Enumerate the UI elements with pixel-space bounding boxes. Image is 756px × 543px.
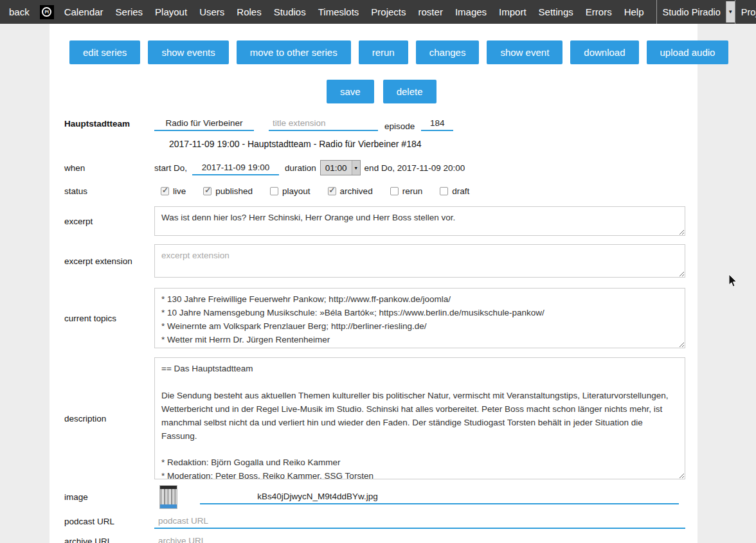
nav-item[interactable]: Timeslots	[318, 6, 359, 17]
nav-item[interactable]: Settings	[539, 6, 573, 17]
toolbar-button[interactable]: upload audio	[647, 40, 729, 64]
back-link[interactable]: back	[9, 6, 30, 17]
chevron-down-icon[interactable]: ▼	[352, 161, 360, 175]
nav-item[interactable]: Roles	[237, 6, 261, 17]
studio-select[interactable]: Studio Piradio ▼	[656, 0, 735, 24]
title-input[interactable]	[154, 116, 254, 131]
episode-form: Hauptstadtteam episode 2017-11-09 19:00 …	[50, 116, 698, 543]
toolbar-right-group: downloadupload audio	[570, 40, 728, 64]
toolbar-button[interactable]: download	[570, 40, 638, 64]
mouse-cursor	[728, 274, 740, 289]
description-label: description	[64, 414, 154, 423]
piradio-logo-icon[interactable]: PI	[40, 5, 54, 19]
toolbar-button[interactable]: edit series	[69, 40, 140, 64]
podcast-url-label: podcast URL	[64, 517, 154, 526]
excerpt-extension-row: excerpt extension	[64, 244, 685, 278]
nav-item[interactable]: roster	[419, 6, 443, 17]
image-row: image	[64, 485, 685, 509]
toolbar-button[interactable]: changes	[416, 40, 480, 64]
excerpt-extension-label: excerpt extension	[64, 256, 154, 266]
checkbox[interactable]	[161, 187, 169, 195]
image-thumbnail[interactable]	[159, 485, 177, 509]
podcast-url-input[interactable]	[154, 514, 685, 529]
image-filename-input[interactable]	[200, 490, 435, 504]
excerpt-label: excerpt	[64, 217, 154, 226]
checkbox[interactable]	[328, 187, 336, 195]
status-row: status live published playout archived	[64, 186, 685, 196]
toolbar-button[interactable]: show event	[487, 40, 562, 64]
nav-item[interactable]: Calendar	[64, 6, 104, 17]
status-checkbox-item[interactable]: published	[203, 186, 270, 196]
top-nav: back PI CalendarSeriesPlayoutUsersRolesS…	[0, 0, 756, 24]
checkbox-label: playout	[282, 186, 310, 196]
toolbar-button[interactable]: move to other series	[237, 40, 351, 64]
archive-url-input[interactable]	[154, 534, 685, 543]
nav-item[interactable]: Help	[624, 6, 644, 17]
start-prefix-label: start Do,	[154, 163, 187, 173]
title-row: Hauptstadtteam episode	[64, 116, 685, 131]
checkbox-label: live	[173, 186, 186, 196]
episode-label: episode	[384, 121, 415, 131]
toolbar-button[interactable]: show events	[148, 40, 228, 64]
toolbar-button[interactable]: delete	[383, 80, 437, 103]
project-select-value: Project 88vier	[741, 7, 756, 17]
excerpt-extension-textarea[interactable]	[154, 244, 685, 278]
thumbnail-photo-area	[160, 489, 177, 504]
toolbar-button[interactable]: save	[327, 80, 374, 103]
image-extra-input[interactable]	[435, 490, 679, 504]
status-checkbox-item[interactable]: archived	[328, 186, 390, 196]
checkbox[interactable]	[440, 187, 448, 195]
status-checkbox-item[interactable]: rerun	[390, 186, 440, 196]
project-select[interactable]: Project 88vier ▼	[735, 0, 756, 24]
status-checkbox-item[interactable]: live	[161, 186, 203, 196]
status-checkbox-item[interactable]: draft	[440, 186, 487, 196]
nav-item[interactable]: Playout	[155, 6, 187, 17]
current-topics-row: current topics * 130 Jahre Freiwillige F…	[64, 288, 685, 348]
checkbox[interactable]	[390, 187, 399, 195]
checkbox-label: draft	[452, 186, 469, 196]
chevron-down-icon[interactable]: ▼	[726, 1, 735, 22]
content-panel: edit seriesshow eventsmove to other seri…	[50, 24, 698, 543]
excerpt-row: excerpt Was ist denn hier los? Herr Schi…	[64, 206, 685, 236]
checkbox[interactable]	[203, 187, 212, 195]
nav-item[interactable]: Users	[199, 6, 224, 17]
status-checkbox-item[interactable]: playout	[270, 186, 328, 196]
current-topics-label: current topics	[64, 314, 154, 323]
toolbar-row-1: edit seriesshow eventsmove to other seri…	[50, 24, 698, 64]
toolbar-row-2: savedelete	[327, 80, 698, 103]
image-label: image	[64, 492, 154, 502]
checkbox-label: rerun	[402, 186, 423, 196]
duration-select-value: 01:00	[321, 161, 352, 175]
nav-item[interactable]: Projects	[371, 6, 406, 17]
studio-select-value: Studio Piradio	[663, 7, 721, 17]
podcast-url-row: podcast URL	[64, 514, 685, 529]
excerpt-textarea[interactable]: Was ist denn hier los? Herr Schinski, He…	[154, 206, 685, 236]
nav-item[interactable]: Import	[499, 6, 526, 17]
description-textarea[interactable]: == Das Hauptstadtteam Die Sendung besteh…	[154, 357, 685, 479]
end-datetime-label: end Do, 2017-11-09 20:00	[364, 163, 465, 173]
title-extension-input[interactable]	[269, 116, 378, 131]
nav-item[interactable]: Images	[455, 6, 487, 17]
toolbar-button[interactable]: rerun	[359, 40, 408, 64]
status-label: status	[64, 186, 154, 196]
start-datetime-input[interactable]	[192, 161, 279, 175]
checkbox[interactable]	[270, 187, 278, 195]
nav-item[interactable]: Series	[116, 6, 143, 17]
description-row: description == Das Hauptstadtteam Die Se…	[64, 357, 685, 479]
duration-select[interactable]: 01:00 ▼	[320, 160, 361, 175]
checkbox-label: published	[215, 186, 253, 196]
duration-label: duration	[285, 163, 316, 173]
logo-circle: PI	[42, 7, 51, 17]
episode-input[interactable]	[421, 116, 453, 131]
thumbnail-bottom-band	[160, 504, 177, 508]
archive-url-row: archive URL	[64, 534, 685, 543]
when-row: when start Do, duration 01:00 ▼ end Do, …	[64, 160, 685, 175]
nav-item[interactable]: Errors	[586, 6, 612, 17]
when-label: when	[64, 163, 154, 173]
archive-url-label: archive URL	[64, 537, 154, 543]
checkbox-label: archived	[340, 186, 373, 196]
event-summary-text: 2017-11-09 19:00 - Hauptstadtteam - Radi…	[169, 139, 685, 149]
current-topics-textarea[interactable]: * 130 Jahre Freiwillige Feuerwehr Pankow…	[154, 288, 685, 348]
nav-item[interactable]: Studios	[274, 6, 306, 17]
series-name-label: Hauptstadtteam	[64, 119, 154, 129]
